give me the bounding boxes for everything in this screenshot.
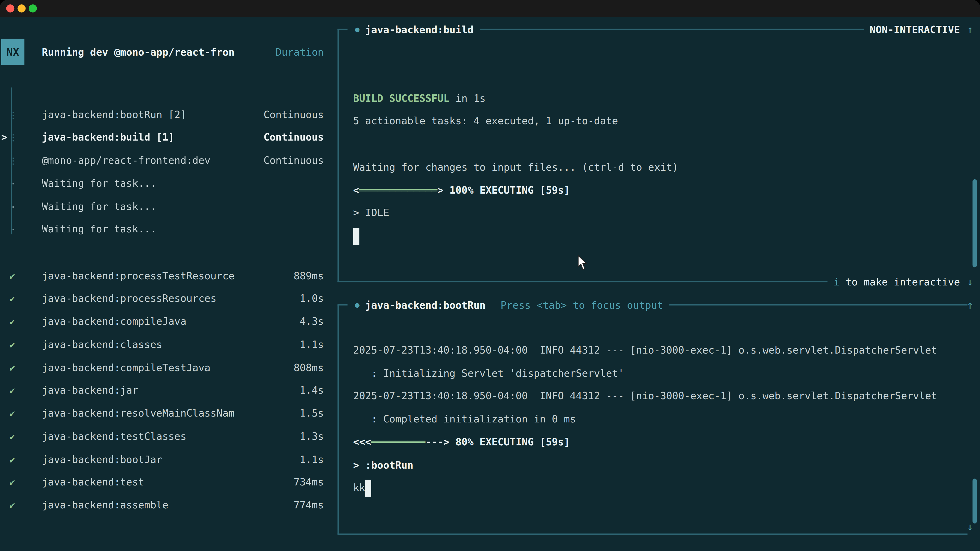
border-segment bbox=[337, 29, 347, 30]
task-row[interactable]: ⋮ java-backend:bootRun [2] Continuous bbox=[0, 103, 331, 127]
mouse-cursor bbox=[578, 255, 589, 273]
task-spinner-icon: ⋮ bbox=[8, 103, 18, 127]
check-icon: ✔ bbox=[10, 448, 15, 471]
scrollbar-thumb[interactable] bbox=[973, 179, 977, 267]
task-name: java-backend:build [1] bbox=[42, 127, 174, 149]
interactive-hint-key: i bbox=[834, 276, 840, 288]
task-name: Waiting for task... bbox=[42, 172, 156, 195]
run-title: Running dev @mono-app/react-fron bbox=[42, 41, 234, 64]
task-row[interactable]: ✔ java-backend:processTestResource 889ms bbox=[0, 265, 331, 287]
scroll-up-icon[interactable]: ↑ bbox=[967, 299, 974, 311]
bar-status-text: 80% EXECUTING [59s] bbox=[449, 436, 570, 448]
check-icon: ✔ bbox=[10, 402, 15, 425]
border-line bbox=[480, 29, 863, 30]
check-icon: ✔ bbox=[10, 425, 15, 448]
log-line-timestamp-1: 2025-07-23T13:40:18.950-04:00 INFO 44312… bbox=[353, 339, 964, 362]
task-row[interactable]: ✔ java-backend:bootJar 1.1s bbox=[0, 448, 331, 471]
task-duration: 1.4s bbox=[300, 380, 324, 402]
task-row[interactable]: ✔ java-backend:assemble 774ms bbox=[0, 494, 331, 517]
task-row[interactable]: ✔ java-backend:test 734ms bbox=[0, 471, 331, 494]
duration-column-header: Duration bbox=[275, 41, 324, 64]
input-text: kk bbox=[353, 482, 365, 494]
terminal-window: NX Running dev @mono-app/react-fron Dura… bbox=[0, 0, 980, 551]
task-name: java-backend:processResources bbox=[42, 287, 216, 310]
task-row[interactable]: ✔ java-backend:compileJava 4.3s bbox=[0, 310, 331, 333]
bar-status-text: 100% EXECUTING [59s] bbox=[444, 184, 570, 196]
task-name: java-backend:resolveMainClassNam bbox=[42, 402, 234, 425]
check-icon: ✔ bbox=[10, 356, 15, 380]
task-name: java-backend:testClasses bbox=[42, 425, 186, 448]
check-icon: ✔ bbox=[10, 287, 15, 310]
task-name: Waiting for task... bbox=[42, 218, 156, 241]
task-duration: 774ms bbox=[294, 494, 324, 517]
scrollbar-thumb[interactable] bbox=[973, 478, 977, 524]
task-name: java-backend:processTestResource bbox=[42, 265, 234, 287]
terminal-cursor bbox=[353, 228, 360, 245]
scroll-up-icon[interactable]: ↑ bbox=[967, 23, 974, 36]
task-row[interactable]: · Waiting for task... bbox=[0, 218, 331, 241]
task-duration: 1.1s bbox=[300, 333, 324, 356]
input-line[interactable]: kk bbox=[353, 477, 964, 500]
bootrun-output-pane[interactable]: ● java-backend:bootRun Press <tab> to fo… bbox=[337, 305, 967, 534]
task-spinner-icon: ⋮ bbox=[8, 127, 18, 149]
build-terminal-output[interactable]: BUILD SUCCESSFUL in 1s 5 actionable task… bbox=[353, 41, 964, 248]
terminal-line: 5 actionable tasks: 4 executed, 1 up-to-… bbox=[353, 110, 964, 133]
interactive-hint-text: to make interactive bbox=[840, 276, 960, 288]
bootrun-progress-bar: <<<═════════---> 80% EXECUTING [59s] bbox=[353, 431, 964, 454]
task-row[interactable]: · Waiting for task... bbox=[0, 172, 331, 195]
window-titlebar bbox=[0, 0, 980, 17]
bootrun-terminal-output[interactable]: 2025-07-23T13:40:18.950-04:00 INFO 44312… bbox=[353, 316, 964, 500]
log-text: 2025-07-23T13:40:18.950-04:00 INFO 44312… bbox=[353, 390, 937, 402]
bar-fill: ═════════ bbox=[371, 436, 425, 448]
task-status: Continuous bbox=[264, 103, 324, 127]
task-name: java-backend:bootRun [2] bbox=[42, 103, 186, 127]
close-button[interactable] bbox=[6, 4, 14, 13]
task-row[interactable]: ✔ java-backend:processResources 1.0s bbox=[0, 287, 331, 310]
check-icon: ✔ bbox=[10, 310, 15, 333]
task-row[interactable]: ✔ java-backend:jar 1.4s bbox=[0, 380, 331, 402]
selected-caret-icon: > bbox=[1, 127, 7, 149]
task-name: java-backend:assemble bbox=[42, 494, 168, 517]
border-line bbox=[337, 534, 967, 535]
bar-left: < bbox=[353, 184, 360, 196]
tasks-summary-text: 5 actionable tasks: 4 executed, 1 up-to-… bbox=[353, 115, 618, 127]
task-duration: 4.3s bbox=[300, 310, 324, 333]
task-duration: 1.1s bbox=[300, 448, 324, 471]
task-name: @mono-app/react-frontend:dev bbox=[42, 149, 210, 172]
log-line-init: : Initializing Servlet 'dispatcherServle… bbox=[353, 362, 964, 385]
task-row[interactable]: ✔ java-backend:compileTestJava 808ms bbox=[0, 356, 331, 380]
log-line-completed: : Completed initialization in 0 ms bbox=[353, 408, 964, 431]
build-progress-bar: <═════════════> 100% EXECUTING [59s] bbox=[353, 179, 964, 202]
terminal-cursor bbox=[365, 480, 371, 497]
terminal-line bbox=[353, 133, 964, 156]
task-duration: 1.5s bbox=[300, 402, 324, 425]
task-row[interactable]: ✔ java-backend:resolveMainClassNam 1.5s bbox=[0, 402, 331, 425]
task-status: Continuous bbox=[264, 149, 324, 172]
maximize-button[interactable] bbox=[29, 4, 37, 13]
log-text: 2025-07-23T13:40:18.950-04:00 INFO 44312… bbox=[353, 344, 937, 356]
check-icon: ✔ bbox=[10, 265, 15, 287]
task-row-selected[interactable]: > ⋮ java-backend:build [1] Continuous bbox=[0, 127, 331, 149]
task-row[interactable]: ✔ java-backend:classes 1.1s bbox=[0, 333, 331, 356]
pending-dot-icon: · bbox=[8, 218, 18, 241]
task-row[interactable]: ⋮ @mono-app/react-frontend:dev Continuou… bbox=[0, 149, 331, 172]
build-output-pane[interactable]: ● java-backend:build NON-INTERACTIVE BUI… bbox=[337, 29, 967, 282]
check-icon: ✔ bbox=[10, 333, 15, 356]
log-line-timestamp-2: 2025-07-23T13:40:18.950-04:00 INFO 44312… bbox=[353, 385, 964, 408]
bar-fill: ═════════════ bbox=[359, 184, 438, 196]
scroll-down-icon[interactable]: ↓ bbox=[967, 275, 974, 288]
task-name: java-backend:jar bbox=[42, 380, 138, 402]
scroll-down-icon[interactable]: ↓ bbox=[967, 520, 974, 533]
task-name: java-backend:compileTestJava bbox=[42, 356, 210, 380]
log-text: : Initializing Servlet 'dispatcherServle… bbox=[353, 367, 624, 379]
bootrun-pane-header: ● java-backend:bootRun Press <tab> to fo… bbox=[337, 299, 967, 311]
bootrun-pane-title: java-backend:bootRun bbox=[365, 299, 486, 311]
check-icon: ✔ bbox=[10, 494, 15, 517]
idle-text: > IDLE bbox=[353, 207, 390, 219]
task-duration: 808ms bbox=[294, 356, 324, 380]
task-row[interactable]: ✔ java-backend:testClasses 1.3s bbox=[0, 425, 331, 448]
minimize-button[interactable] bbox=[18, 4, 26, 13]
bootrun-task-text: > :bootRun bbox=[353, 454, 964, 477]
bar-right: > bbox=[438, 184, 444, 196]
task-row[interactable]: · Waiting for task... bbox=[0, 195, 331, 218]
